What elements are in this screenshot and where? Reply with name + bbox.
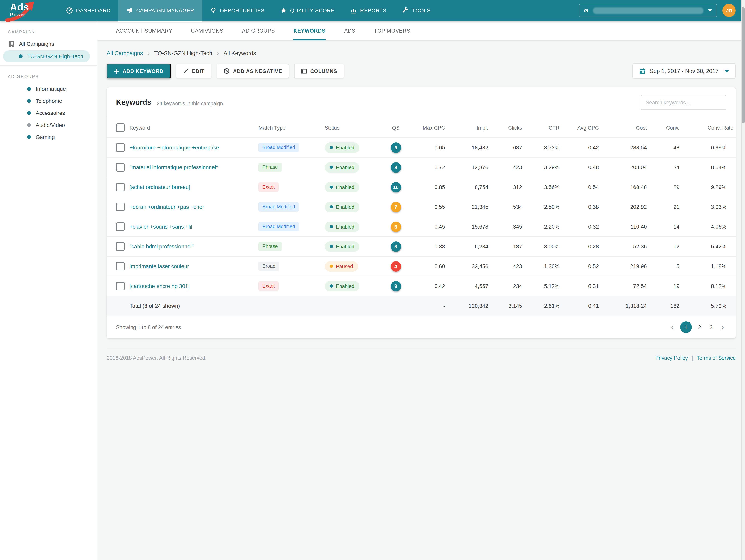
nav-item-quality-score[interactable]: QUALITY SCORE [272, 0, 343, 21]
card-title: Keywords [116, 98, 151, 107]
breadcrumb-all-campaigns[interactable]: All Campaigns [107, 50, 143, 56]
tab-account-summary[interactable]: ACCOUNT SUMMARY [116, 21, 172, 40]
row-checkbox[interactable] [116, 203, 125, 211]
sidebar-item-informatique[interactable]: Informatique [0, 83, 97, 95]
table-header-row: Keyword Match Type Status QS Max CPC Imp… [107, 118, 736, 137]
search-input[interactable] [641, 95, 726, 110]
nav-item-tools[interactable]: TOOLS [394, 0, 438, 21]
adspower-logo[interactable]: Ads Power [0, 0, 58, 21]
content-area: ACCOUNT SUMMARY CAMPAIGNS AD GROUPS KEYW… [97, 21, 745, 560]
keyword-link[interactable]: [cartouche encre hp 301] [130, 283, 190, 289]
nav-label: REPORTS [360, 7, 387, 13]
nav-item-campaign-manager[interactable]: CAMPAIGN MANAGER [118, 0, 202, 21]
page-button-2[interactable]: 2 [696, 324, 704, 330]
page-body: All Campaigns › TO-SN-GZN High-Tech › Al… [97, 50, 745, 368]
row-checkbox[interactable] [116, 222, 125, 231]
status-badge: Enabled [325, 162, 359, 173]
col-max-cpc: Max CPC [408, 118, 447, 137]
adgroup-label: Accessoires [36, 110, 65, 116]
plus-icon [114, 68, 119, 73]
page-button-3[interactable]: 3 [707, 324, 715, 330]
date-range-picker[interactable]: Sep 1, 2017 - Nov 30, 2017 [632, 63, 736, 79]
add-as-negative-button[interactable]: ADD AS NEGATIVE [217, 64, 289, 79]
conv-value: 34 [649, 157, 682, 177]
keyword-link[interactable]: "materiel informatique professionnel" [130, 164, 218, 170]
clicks-value: 234 [491, 276, 524, 296]
tab-top-movers[interactable]: TOP MOVERS [374, 21, 410, 40]
select-all-checkbox[interactable] [116, 123, 125, 132]
campaign-dot [19, 54, 23, 58]
keyword-link[interactable]: +fourniture +informatique +entreprise [130, 144, 219, 151]
cost-value: 110.40 [601, 217, 649, 237]
quality-score-badge: 6 [391, 221, 401, 232]
row-checkbox[interactable] [116, 163, 125, 172]
status-badge: Enabled [325, 182, 359, 192]
account-prefix: G [584, 7, 588, 13]
page-button-1[interactable]: 1 [680, 321, 692, 333]
sidebar-item-gaming[interactable]: Gaming [0, 131, 97, 143]
sidebar-item-audio-video[interactable]: Audio/Video [0, 119, 97, 131]
logo-text-power: Power [10, 12, 25, 18]
row-checkbox[interactable] [116, 262, 125, 271]
nav-item-reports[interactable]: REPORTS [343, 0, 394, 21]
nav-item-dashboard[interactable]: DASHBOARD [58, 0, 118, 21]
account-selector[interactable]: G [579, 4, 717, 17]
max-cpc-value: 0.85 [408, 177, 447, 197]
copyright-text: 2016-2018 AdsPower. All Rights Reserved. [107, 355, 206, 361]
col-conv: Conv. [649, 118, 682, 137]
match-type-badge: Broad Modified [259, 202, 299, 212]
columns-button[interactable]: COLUMNS [294, 64, 344, 79]
table-row: +clavier +souris +sans +fil Broad Modifi… [107, 217, 736, 237]
ctr-value: 2.50% [524, 197, 562, 217]
add-keyword-button[interactable]: ADD KEYWORD [107, 64, 171, 79]
cost-value: 202.92 [601, 197, 649, 217]
conv-rate-value: 9.29% [682, 177, 736, 197]
status-badge: Enabled [325, 142, 359, 153]
nav-item-opportunities[interactable]: OPPORTUNITIES [202, 0, 272, 21]
user-avatar[interactable]: JD [722, 4, 736, 17]
main-row: CAMPAIGN All Campaigns TO-SN-GZN High-Te… [0, 21, 745, 560]
keyword-link[interactable]: imprimante laser couleur [130, 263, 189, 269]
status-dot [330, 186, 333, 189]
card-header: Keywords 24 keywords in this campaign [107, 87, 736, 118]
row-checkbox[interactable] [116, 183, 125, 191]
sidebar-item-all-campaigns[interactable]: All Campaigns [0, 38, 97, 50]
ctr-value: 3.29% [524, 157, 562, 177]
terms-of-service-link[interactable]: Terms of Service [697, 355, 736, 361]
tab-keywords[interactable]: KEYWORDS [294, 21, 326, 40]
max-cpc-value: 0.45 [408, 217, 447, 237]
all-campaigns-label: All Campaigns [19, 41, 54, 47]
max-cpc-value: 0.65 [408, 137, 447, 157]
conv-value: 21 [649, 197, 682, 217]
keyword-link[interactable]: +ecran +ordinateur +pas +cher [130, 204, 204, 210]
edit-button[interactable]: EDIT [176, 64, 211, 79]
tab-ad-groups[interactable]: AD GROUPS [242, 21, 275, 40]
row-checkbox[interactable] [116, 282, 125, 290]
privacy-policy-link[interactable]: Privacy Policy [655, 355, 688, 361]
status-dot [330, 166, 333, 169]
edit-label: EDIT [192, 68, 204, 74]
row-checkbox[interactable] [116, 242, 125, 251]
keyword-link[interactable]: [achat ordinateur bureau] [130, 184, 190, 190]
total-conv-rate: 5.79% [682, 296, 736, 316]
sidebar-item-accessoires[interactable]: Accessoires [0, 107, 97, 119]
next-page-chevron[interactable]: › [719, 323, 726, 332]
status-dot [330, 245, 333, 248]
columns-icon [301, 68, 307, 74]
keyword-link[interactable]: +clavier +souris +sans +fil [130, 223, 192, 230]
quality-score-badge: 8 [391, 241, 401, 252]
status-label: Paused [336, 263, 353, 269]
date-range-label: Sep 1, 2017 - Nov 30, 2017 [650, 68, 719, 74]
tab-ads[interactable]: ADS [344, 21, 355, 40]
wrench-icon [402, 7, 409, 14]
impr-value: 12,876 [447, 157, 491, 177]
row-checkbox[interactable] [116, 143, 125, 152]
sidebar-item-telephonie[interactable]: Telephonie [0, 95, 97, 107]
sidebar-item-selected-campaign[interactable]: TO-SN-GZN High-Tech [3, 51, 90, 62]
prev-page-chevron[interactable]: ‹ [669, 323, 677, 332]
keyword-link[interactable]: "cable hdmi professionnel" [130, 243, 194, 250]
tab-campaigns[interactable]: CAMPAIGNS [191, 21, 223, 40]
clicks-value: 687 [491, 137, 524, 157]
scrollbar-thumb[interactable] [742, 7, 745, 123]
col-impr: Impr. [447, 118, 491, 137]
